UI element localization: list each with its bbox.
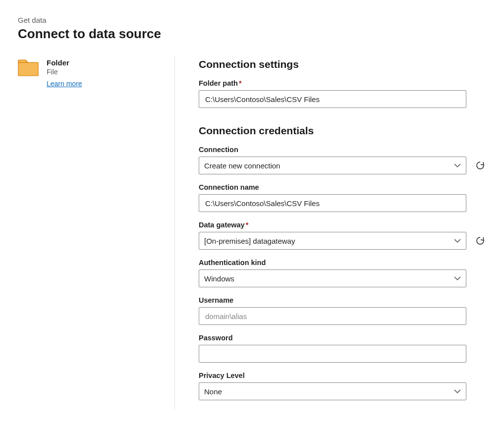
folder-icon [18, 59, 39, 76]
auth-kind-value: Windows [204, 274, 234, 283]
source-title: Folder [47, 58, 82, 67]
password-input[interactable] [204, 349, 461, 359]
auth-kind-select[interactable]: Windows [199, 269, 466, 287]
svg-rect-0 [18, 62, 38, 76]
data-gateway-label: Data gateway* [199, 221, 486, 229]
refresh-gateway-button[interactable] [474, 235, 486, 247]
folder-path-input[interactable] [204, 95, 461, 104]
connection-name-input-wrap [199, 194, 466, 212]
connection-label: Connection [199, 146, 486, 154]
settings-heading: Connection settings [199, 58, 486, 70]
refresh-icon [475, 161, 485, 170]
privacy-value: None [204, 387, 222, 396]
refresh-connection-button[interactable] [474, 160, 486, 171]
chevron-down-icon [454, 275, 461, 282]
password-input-wrap [199, 345, 466, 363]
form-panel: Connection settings Folder path* Connect… [175, 55, 486, 409]
password-label: Password [199, 334, 486, 342]
auth-kind-label: Authentication kind [199, 259, 486, 267]
folder-path-input-wrap [199, 90, 466, 108]
chevron-down-icon [454, 237, 461, 244]
page-title: Connect to data source [18, 26, 486, 42]
source-subtitle: File [47, 68, 82, 76]
privacy-select[interactable]: None [199, 382, 466, 400]
connection-name-input[interactable] [204, 199, 461, 208]
required-marker: * [239, 79, 242, 87]
username-input[interactable] [204, 312, 461, 321]
data-gateway-value: [On-premises] datagateway [204, 237, 295, 245]
connection-value: Create new connection [204, 161, 280, 170]
required-marker: * [246, 221, 249, 229]
username-label: Username [199, 296, 486, 304]
data-gateway-select[interactable]: [On-premises] datagateway [199, 232, 466, 250]
privacy-label: Privacy Level [199, 372, 486, 379]
learn-more-link[interactable]: Learn more [47, 80, 82, 88]
connection-select[interactable]: Create new connection [199, 157, 466, 174]
credentials-heading: Connection credentials [199, 125, 486, 137]
chevron-down-icon [454, 162, 461, 169]
breadcrumb: Get data [18, 16, 486, 24]
source-item-folder: Folder File Learn more [18, 58, 163, 88]
refresh-icon [475, 236, 485, 246]
connection-name-label: Connection name [199, 183, 486, 191]
chevron-down-icon [454, 388, 461, 395]
username-input-wrap [199, 307, 466, 325]
source-panel: Folder File Learn more [18, 55, 175, 409]
folder-path-label: Folder path* [199, 79, 486, 87]
